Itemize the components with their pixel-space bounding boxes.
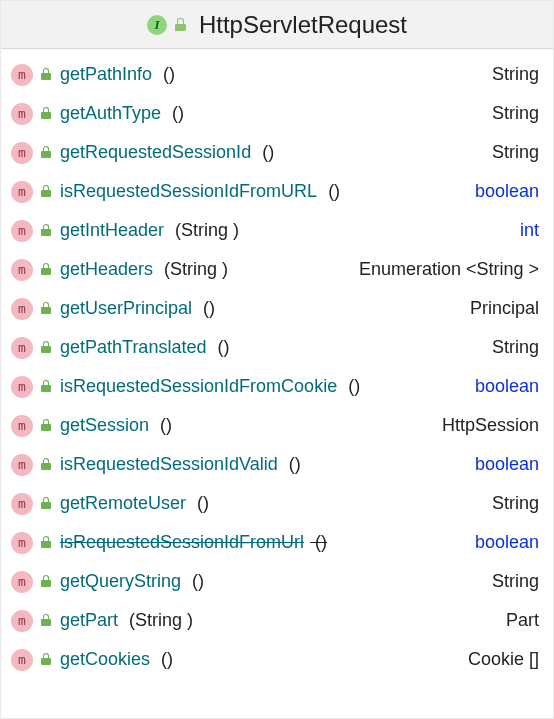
method-name: getPathInfo [60,64,152,85]
method-icon: m [11,259,33,281]
method-name: isRequestedSessionIdFromUrl [60,532,304,553]
method-icon: m [11,493,33,515]
lock-icon [39,341,52,354]
return-type: boolean [475,532,539,553]
method-icon: m [11,610,33,632]
method-params: () [310,532,327,553]
method-params: () [187,571,204,592]
method-params: () [257,142,274,163]
method-row[interactable]: mgetHeaders (String )Enumeration <String… [1,250,553,289]
return-type: String [492,64,539,85]
method-icon: m [11,415,33,437]
method-icon: m [11,649,33,671]
method-name: getIntHeader [60,220,164,241]
method-name: getRemoteUser [60,493,186,514]
return-type: String [492,571,539,592]
method-params: (String ) [124,610,193,631]
method-icon: m [11,103,33,125]
method-icon: m [11,220,33,242]
method-params: () [156,649,173,670]
return-type: HttpSession [442,415,539,436]
method-row[interactable]: mgetPart (String )Part [1,601,553,640]
return-type: String [492,337,539,358]
class-title: HttpServletRequest [199,11,407,39]
method-row[interactable]: mgetQueryString ()String [1,562,553,601]
lock-icon [39,497,52,510]
method-row[interactable]: mgetSession ()HttpSession [1,406,553,445]
lock-icon [39,185,52,198]
method-params: () [192,493,209,514]
method-name: getPart [60,610,118,631]
method-params: () [198,298,215,319]
return-type: boolean [475,454,539,475]
method-list: mgetPathInfo ()StringmgetAuthType ()Stri… [1,49,553,685]
method-name: isRequestedSessionIdValid [60,454,278,475]
method-icon: m [11,571,33,593]
method-name: getHeaders [60,259,153,280]
lock-icon [39,419,52,432]
method-row[interactable]: mgetUserPrincipal ()Principal [1,289,553,328]
return-type: String [492,142,539,163]
lock-icon [39,614,52,627]
method-row[interactable]: mgetIntHeader (String )int [1,211,553,250]
method-name: isRequestedSessionIdFromURL [60,181,317,202]
lock-icon [39,653,52,666]
method-row[interactable]: misRequestedSessionIdFromCookie ()boolea… [1,367,553,406]
return-type: Part [506,610,539,631]
method-row[interactable]: mgetPathTranslated ()String [1,328,553,367]
lock-icon [39,380,52,393]
method-name: getRequestedSessionId [60,142,251,163]
lock-icon [39,68,52,81]
method-name: getSession [60,415,149,436]
method-icon: m [11,298,33,320]
interface-icon: I [147,15,167,35]
method-name: getPathTranslated [60,337,206,358]
return-type: Enumeration <String > [359,259,539,280]
method-params: () [158,64,175,85]
lock-icon [39,107,52,120]
class-header: I HttpServletRequest [1,1,553,49]
method-row[interactable]: misRequestedSessionIdFromURL ()boolean [1,172,553,211]
method-icon: m [11,532,33,554]
method-row[interactable]: misRequestedSessionIdValid ()boolean [1,445,553,484]
method-params: (String ) [170,220,239,241]
method-icon: m [11,376,33,398]
method-icon: m [11,337,33,359]
method-icon: m [11,181,33,203]
method-params: () [343,376,360,397]
method-params: () [323,181,340,202]
return-type: Cookie [] [468,649,539,670]
return-type: boolean [475,181,539,202]
lock-icon [39,302,52,315]
method-row[interactable]: misRequestedSessionIdFromUrl ()boolean [1,523,553,562]
method-params: () [284,454,301,475]
method-name: getAuthType [60,103,161,124]
return-type: String [492,493,539,514]
method-params: () [212,337,229,358]
lock-icon [39,575,52,588]
method-name: getQueryString [60,571,181,592]
method-row[interactable]: mgetRequestedSessionId ()String [1,133,553,172]
return-type: String [492,103,539,124]
lock-icon [173,18,187,32]
return-type: int [520,220,539,241]
method-icon: m [11,64,33,86]
method-name: getCookies [60,649,150,670]
method-row[interactable]: mgetAuthType ()String [1,94,553,133]
method-row[interactable]: mgetCookies ()Cookie [] [1,640,553,679]
lock-icon [39,536,52,549]
method-params: (String ) [159,259,228,280]
return-type: Principal [470,298,539,319]
lock-icon [39,224,52,237]
method-params: () [167,103,184,124]
method-row[interactable]: mgetRemoteUser ()String [1,484,553,523]
lock-icon [39,146,52,159]
method-name: getUserPrincipal [60,298,192,319]
lock-icon [39,458,52,471]
method-name: isRequestedSessionIdFromCookie [60,376,337,397]
method-row[interactable]: mgetPathInfo ()String [1,55,553,94]
method-params: () [155,415,172,436]
lock-icon [39,263,52,276]
return-type: boolean [475,376,539,397]
method-icon: m [11,454,33,476]
